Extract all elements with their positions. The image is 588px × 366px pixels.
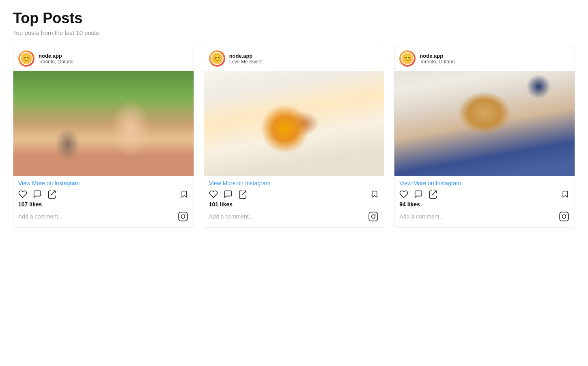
avatar-face-icon-2: 😊 <box>213 54 222 63</box>
share-icon-1[interactable] <box>47 190 56 199</box>
post-footer-2: View More on Instagram 101 l <box>204 176 384 227</box>
svg-point-3 <box>185 214 186 214</box>
post-actions-3 <box>399 190 570 199</box>
svg-point-7 <box>375 214 376 214</box>
svg-rect-5 <box>369 212 378 221</box>
instagram-logo-3 <box>558 211 570 222</box>
comment-icon-3[interactable] <box>414 190 423 199</box>
heart-icon-2[interactable] <box>209 190 218 199</box>
post-user-info-3: node.app Toronto, Ontario <box>420 53 454 65</box>
avatar-3: 😊 <box>399 50 416 67</box>
svg-point-6 <box>372 215 375 219</box>
svg-line-4 <box>242 191 246 195</box>
share-icon-2[interactable] <box>238 190 247 199</box>
comment-icon-2[interactable] <box>224 190 233 199</box>
post-user-info-1: node.app Toronto, Ontario <box>39 53 73 65</box>
post-location-1: Toronto, Ontario <box>39 59 73 65</box>
post-location-2: Love Me Sweet <box>229 59 263 65</box>
heart-icon-1[interactable] <box>18 190 27 199</box>
posts-grid: 😊 node.app Toronto, Ontario View More on… <box>13 46 575 227</box>
post-image-3 <box>394 71 575 176</box>
post-actions-1 <box>18 190 189 199</box>
post-card-1: 😊 node.app Toronto, Ontario View More on… <box>13 46 194 227</box>
post-header-3: 😊 node.app Toronto, Ontario <box>394 46 575 71</box>
page-subtitle: Top posts from the last 10 posts <box>13 29 575 36</box>
post-footer-3: View More on Instagram 94 li <box>394 176 575 227</box>
post-comment-row-2: Add a comment... <box>209 211 379 222</box>
svg-point-2 <box>181 215 185 219</box>
instagram-logo-1 <box>177 211 189 222</box>
post-header-1: 😊 node.app Toronto, Ontario <box>13 46 194 71</box>
page-title: Top Posts <box>13 10 575 27</box>
comment-placeholder-1[interactable]: Add a comment... <box>18 213 63 220</box>
heart-icon-3[interactable] <box>399 190 408 199</box>
post-username-3: node.app <box>420 53 454 59</box>
post-actions-left-3 <box>399 190 437 199</box>
post-likes-2: 101 likes <box>209 201 379 208</box>
post-location-3: Toronto, Ontario <box>420 59 454 65</box>
post-card-3: 😊 node.app Toronto, Ontario View More on… <box>394 46 575 227</box>
avatar-face-icon: 😊 <box>22 54 31 63</box>
post-comment-row-1: Add a comment... <box>18 211 189 222</box>
post-comment-row-3: Add a comment... <box>399 211 570 222</box>
comment-icon-1[interactable] <box>33 190 42 199</box>
post-image-1 <box>13 71 194 176</box>
post-likes-1: 107 likes <box>18 201 189 208</box>
comment-placeholder-2[interactable]: Add a comment... <box>209 213 254 220</box>
svg-rect-1 <box>179 212 187 221</box>
share-icon-3[interactable] <box>429 190 437 199</box>
bookmark-icon-1[interactable] <box>180 190 189 199</box>
view-more-link-3[interactable]: View More on Instagram <box>399 180 461 186</box>
post-header-2: 😊 node.app Love Me Sweet <box>204 46 384 71</box>
post-actions-2 <box>209 190 379 199</box>
svg-line-0 <box>51 191 55 195</box>
post-username-2: node.app <box>229 53 263 59</box>
post-card-2: 😊 node.app Love Me Sweet View More on In… <box>204 46 385 227</box>
bookmark-icon-3[interactable] <box>561 190 570 199</box>
avatar-face-icon-3: 😊 <box>403 54 412 63</box>
svg-point-10 <box>562 215 566 219</box>
post-footer-1: View More on Instagram 107 l <box>13 176 194 227</box>
post-actions-left-1 <box>18 190 56 199</box>
post-user-info-2: node.app Love Me Sweet <box>229 53 263 65</box>
bookmark-icon-2[interactable] <box>370 190 379 199</box>
svg-rect-9 <box>560 212 569 221</box>
svg-line-8 <box>432 191 436 195</box>
view-more-link-2[interactable]: View More on Instagram <box>209 180 270 186</box>
avatar-2: 😊 <box>209 50 225 67</box>
svg-point-11 <box>566 214 567 214</box>
comment-placeholder-3[interactable]: Add a comment... <box>399 213 444 220</box>
view-more-link-1[interactable]: View More on Instagram <box>18 180 80 186</box>
post-actions-left-2 <box>209 190 247 199</box>
post-likes-3: 94 likes <box>399 201 570 208</box>
instagram-logo-2 <box>368 211 379 222</box>
post-image-2 <box>204 71 384 176</box>
avatar-1: 😊 <box>18 50 34 67</box>
post-username-1: node.app <box>39 53 73 59</box>
